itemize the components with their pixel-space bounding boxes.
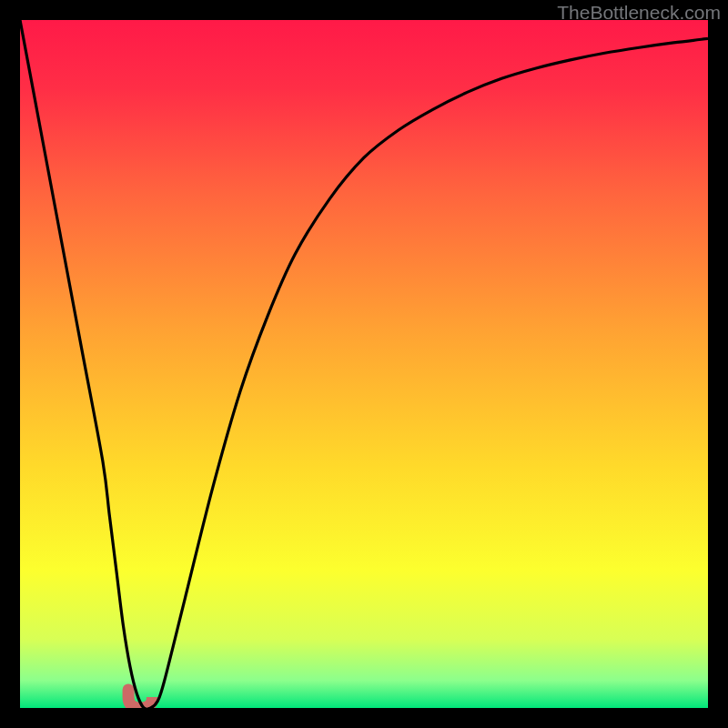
chart-frame: TheBottleneck.com: [0, 0, 728, 728]
chart-svg: [20, 20, 708, 708]
plot-area: [20, 20, 708, 708]
gradient-background: [20, 20, 708, 708]
watermark-text: TheBottleneck.com: [557, 2, 721, 24]
